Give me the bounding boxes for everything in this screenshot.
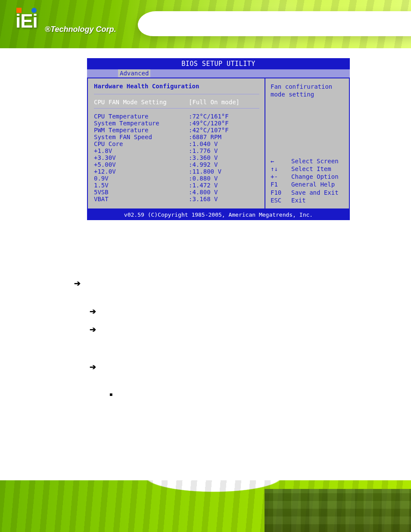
bios-nav-row: +-Change Option bbox=[271, 173, 344, 180]
bios-nav-row: ↑↓Select Item bbox=[271, 165, 344, 173]
bios-title-bar: BIOS SETUP UTILITY bbox=[87, 58, 350, 69]
bios-reading-row: VBAT:3.168 V bbox=[94, 196, 259, 202]
bios-left-pane: Hardware Health Configuration CPU FAN Mo… bbox=[88, 78, 265, 208]
bios-tab-bar: Advanced bbox=[87, 69, 350, 78]
bios-nav-row: ESCExit bbox=[271, 196, 344, 204]
list-item: ➔ PWM Manual mode The fan spins at the s… bbox=[90, 363, 370, 383]
arrow-right-icon: ➔ bbox=[74, 280, 81, 287]
bios-body: Hardware Health Configuration CPU FAN Mo… bbox=[87, 78, 350, 209]
bios-footer: v02.59 (C)Copyright 1985-2005, American … bbox=[87, 209, 350, 220]
figure-caption: BIOS Menu: Hardware Health Configuration bbox=[90, 263, 370, 269]
bios-option-description: Fan confiruration mode setting bbox=[271, 83, 344, 98]
logo-block: iEi bbox=[16, 10, 37, 32]
list-item: ■ CPU Fan Mode Setting must be set to Au… bbox=[109, 391, 370, 401]
square-bullet-icon: ■ bbox=[109, 391, 112, 398]
bios-reading-row: +1.8V:1.776 V bbox=[94, 147, 259, 154]
bios-setting-row[interactable]: CPU FAN Mode Setting [Full On mode] bbox=[94, 99, 259, 106]
list-item: ➔ Automatic mode The fan adjusts its spe… bbox=[90, 326, 370, 355]
arrow-right-icon: ➔ bbox=[90, 326, 96, 333]
document-body: BIOS Menu: Hardware Health Configuration… bbox=[59, 260, 370, 410]
bios-reading-row: PWM Temperature:42°C/107°F bbox=[94, 127, 259, 134]
logo-text: iEi bbox=[16, 10, 37, 32]
bios-reading-row: System FAN Speed:6887 RPM bbox=[94, 134, 259, 140]
bios-nav-row: ←Select Screen bbox=[271, 157, 344, 165]
page-header-banner: iEi ®Technology Corp. bbox=[0, 0, 411, 48]
list-item: ➔ Full On Mode (Default) Fan is on all t… bbox=[90, 308, 370, 317]
bios-reading-row: 0.9V:0.880 V bbox=[94, 175, 259, 182]
bios-right-pane: Fan confiruration mode setting ←Select S… bbox=[265, 78, 349, 208]
bios-reading-row: +12.0V:11.800 V bbox=[94, 168, 259, 175]
list-item: ➔ CPU FAN Mode Setting [Full On Mode] Us… bbox=[74, 280, 370, 299]
bios-reading-row: CPU Core:1.040 V bbox=[94, 140, 259, 147]
logo-orange-dot-icon bbox=[16, 8, 22, 13]
arrow-right-icon: ➔ bbox=[90, 363, 96, 371]
setting-label: CPU FAN Mode Setting bbox=[94, 99, 189, 106]
page-footer-banner bbox=[0, 480, 411, 532]
bios-screenshot: BIOS SETUP UTILITY Advanced Hardware Hea… bbox=[87, 58, 350, 220]
bios-nav-row: F1General Help bbox=[271, 180, 344, 188]
bios-reading-row: 1.5V:1.472 V bbox=[94, 182, 259, 189]
arrow-right-icon: ➔ bbox=[90, 308, 96, 315]
bios-reading-row: +3.30V:3.360 V bbox=[94, 154, 259, 161]
bios-section-title: Hardware Health Configuration bbox=[94, 83, 259, 90]
header-swoosh bbox=[137, 11, 411, 36]
divider bbox=[94, 94, 259, 94]
footer-chip-art bbox=[265, 489, 411, 532]
bios-reading-row: System Temperature:49°C/120°F bbox=[94, 120, 259, 127]
setting-value: [Full On mode] bbox=[189, 99, 259, 106]
divider bbox=[94, 108, 259, 109]
logo-blue-dot-icon bbox=[31, 8, 37, 13]
bios-reading-row: +5.00V:4.992 V bbox=[94, 161, 259, 168]
bios-tab-advanced[interactable]: Advanced bbox=[118, 69, 150, 77]
bios-reading-row: CPU Temperature:72°C/161°F bbox=[94, 113, 259, 120]
bios-nav-row: F10Save and Exit bbox=[271, 189, 344, 196]
bios-reading-row: 5VSB:4.800 V bbox=[94, 189, 259, 196]
bios-nav-legend: ←Select Screen↑↓Select Item+-Change Opti… bbox=[271, 157, 344, 204]
logo-tagline: ®Technology Corp. bbox=[45, 25, 116, 34]
